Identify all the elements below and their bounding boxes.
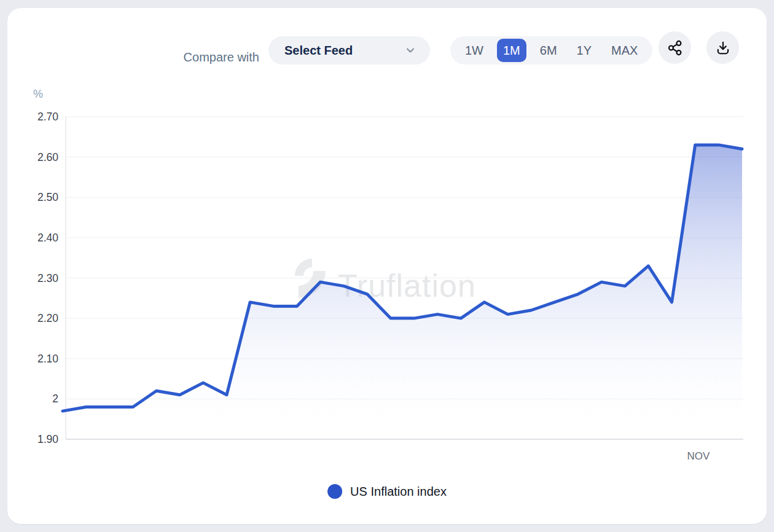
chart-svg[interactable]: Truflation (7, 8, 767, 524)
legend-label: US Inflation index (350, 485, 447, 499)
x-axis-tick-label: NOV (671, 450, 726, 463)
legend-dot-icon (327, 484, 342, 499)
chart-card: Compare with Select Feed 1W1M6M1YMAX % 2… (7, 8, 767, 524)
legend: US Inflation index (327, 484, 447, 499)
